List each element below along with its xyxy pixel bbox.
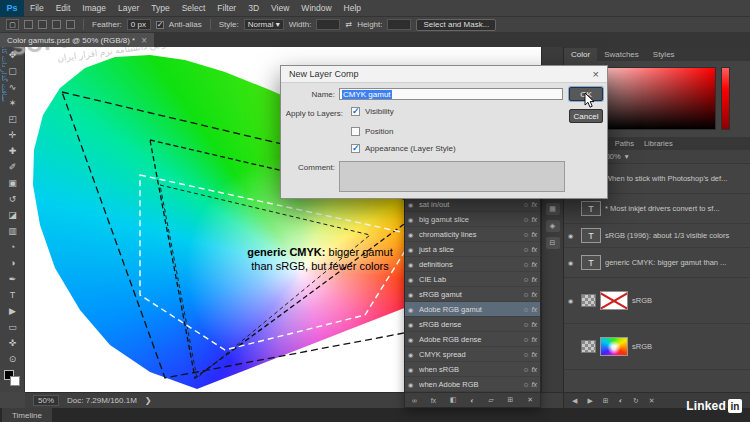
zoom-tool[interactable]: ⊙ — [0, 351, 25, 367]
selection-mode-intersect-icon[interactable] — [66, 20, 75, 29]
select-and-mask-button[interactable]: Select and Mask... — [416, 19, 496, 31]
style-select[interactable]: Normal ▾ — [244, 19, 284, 30]
prev-icon[interactable]: ◀ — [572, 397, 577, 405]
visibility-checkbox[interactable] — [351, 107, 360, 116]
eye-icon[interactable]: ◉ — [408, 306, 416, 313]
list-item[interactable]: ◉ T generic CMYK: bigger gamut than ... — [564, 248, 750, 278]
eye-icon[interactable]: ◉ — [408, 366, 416, 373]
selection-mode-add-icon[interactable] — [38, 20, 47, 29]
fx-badge[interactable]: fx — [532, 231, 537, 238]
eye-icon[interactable]: ◉ — [408, 231, 416, 238]
close-tab-icon[interactable]: × — [141, 35, 147, 46]
eye-icon[interactable]: ◉ — [568, 232, 577, 239]
clone-stamp-tool[interactable]: ▣ — [0, 175, 25, 191]
menu-item-3d[interactable]: 3D — [242, 3, 265, 13]
ok-button[interactable]: OK — [569, 87, 603, 101]
menu-item-layer[interactable]: Layer — [112, 3, 145, 13]
eye-icon[interactable]: ◉ — [408, 261, 416, 268]
fx-badge[interactable]: fx — [532, 351, 537, 358]
appearance-checkbox[interactable] — [351, 144, 360, 153]
healing-tool[interactable]: ✚ — [0, 143, 25, 159]
list-item[interactable]: ◉ sRGB — [564, 278, 750, 324]
layer-row[interactable]: ◉CIE Lab⊙fx — [405, 272, 540, 287]
eye-icon[interactable]: ◉ — [408, 336, 416, 343]
fx-badge[interactable]: fx — [532, 291, 537, 298]
delete-icon[interactable]: ✕ — [649, 397, 655, 405]
fx-badge[interactable]: fx — [532, 336, 537, 343]
selection-mode-subtract-icon[interactable] — [52, 20, 61, 29]
layer-row[interactable]: ◉definitions⊙fx — [405, 257, 540, 272]
tab-paths[interactable]: Paths — [610, 139, 639, 148]
layer-row[interactable]: ◉just a slice⊙fx — [405, 242, 540, 257]
blur-tool[interactable]: ◔ — [0, 239, 25, 255]
magic-wand-tool[interactable]: ✶ — [0, 95, 25, 111]
update-comp-icon[interactable]: ◐ — [619, 397, 623, 404]
list-item[interactable]: sRGB — [564, 324, 750, 370]
zoom-level[interactable]: 50% — [33, 395, 59, 406]
width-input[interactable] — [316, 19, 340, 30]
layer-style-icon[interactable]: fx — [431, 397, 436, 404]
layer-mask-thumbnail[interactable] — [581, 340, 596, 353]
layer-row[interactable]: ◉when Adobe RGB⊙fx — [405, 377, 540, 392]
menu-item-image[interactable]: Image — [76, 3, 112, 13]
layer-row[interactable]: ◉CMYK spread⊙fx — [405, 347, 540, 362]
eye-icon[interactable]: ◉ — [408, 216, 416, 223]
layer-row-selected[interactable]: ◉Adobe RGB gamut⊙fx — [405, 302, 540, 317]
background-color-swatch[interactable] — [10, 376, 20, 386]
group-icon[interactable]: ▱ — [488, 396, 493, 404]
tab-swatches[interactable]: Swatches — [597, 48, 646, 61]
crop-tool[interactable]: ◰ — [0, 111, 25, 127]
fx-badge[interactable]: fx — [532, 306, 537, 313]
eye-icon[interactable]: ◉ — [568, 259, 577, 266]
height-input[interactable] — [387, 19, 411, 30]
menu-item-edit[interactable]: Edit — [50, 3, 77, 13]
fx-badge[interactable]: fx — [532, 321, 537, 328]
path-select-tool[interactable]: ▶ — [0, 303, 25, 319]
refresh-icon[interactable]: ↻ — [633, 397, 639, 405]
dialog-close-icon[interactable]: × — [593, 68, 599, 80]
adjustment-layer-icon[interactable]: ◐ — [470, 397, 474, 404]
dodge-tool[interactable]: ◑ — [0, 255, 25, 271]
tab-styles[interactable]: Styles — [646, 48, 682, 61]
fx-badge[interactable]: fx — [532, 201, 537, 208]
eye-icon[interactable]: ◉ — [408, 381, 416, 388]
hue-slider[interactable] — [721, 67, 730, 130]
menu-item-type[interactable]: Type — [145, 3, 175, 13]
foreground-background-swatches[interactable] — [0, 367, 25, 389]
brush-tool[interactable]: ✐ — [0, 159, 25, 175]
crossed-out-thumbnail[interactable] — [600, 291, 628, 310]
feather-input[interactable]: 0 px — [127, 19, 151, 30]
appearance-option[interactable]: Appearance (Layer Style) — [351, 144, 456, 153]
pen-tool[interactable]: ✒ — [0, 271, 25, 287]
fx-badge[interactable]: fx — [532, 276, 537, 283]
comment-input[interactable] — [339, 161, 565, 192]
move-tool[interactable]: ✥ — [0, 47, 25, 63]
position-option[interactable]: Position — [351, 127, 393, 136]
link-layers-icon[interactable]: ∞ — [412, 397, 417, 404]
selection-mode-new-icon[interactable] — [24, 20, 33, 29]
gradient-tool[interactable]: ▥ — [0, 223, 25, 239]
styles-panel-icon[interactable]: ◈ — [546, 220, 560, 232]
adjustments-panel-icon[interactable]: ▦ — [546, 203, 560, 215]
next-icon[interactable]: ▶ — [587, 397, 592, 405]
tab-libraries[interactable]: Libraries — [639, 139, 678, 148]
layer-row[interactable]: ◉Adobe RGB dense⊙fx — [405, 332, 540, 347]
layer-row[interactable]: ◉sRGB dense⊙fx — [405, 317, 540, 332]
eyedropper-tool[interactable]: ✛ — [0, 127, 25, 143]
hand-tool[interactable]: ✜ — [0, 335, 25, 351]
menu-item-window[interactable]: Window — [295, 3, 337, 13]
menu-item-filter[interactable]: Filter — [211, 3, 242, 13]
history-panel-icon[interactable]: ⊟ — [546, 237, 560, 249]
fx-badge[interactable]: fx — [532, 366, 537, 373]
layer-row[interactable]: ◉chromaticity lines⊙fx — [405, 227, 540, 242]
document-tab[interactable]: Color gamuts.psd @ 50% (RGB/8) * × — [0, 33, 154, 47]
new-layer-icon[interactable]: ⊞ — [508, 396, 514, 404]
menu-item-help[interactable]: Help — [338, 3, 367, 13]
layer-row[interactable]: ◉big gamut slice⊙fx — [405, 212, 540, 227]
position-checkbox[interactable] — [351, 127, 360, 136]
fx-badge[interactable]: fx — [532, 381, 537, 388]
cancel-button[interactable]: Cancel — [569, 109, 603, 123]
chevron-down-icon[interactable]: ▾ — [625, 152, 629, 161]
fx-badge[interactable]: fx — [532, 261, 537, 268]
new-comp-icon[interactable]: ⊞ — [603, 397, 609, 405]
